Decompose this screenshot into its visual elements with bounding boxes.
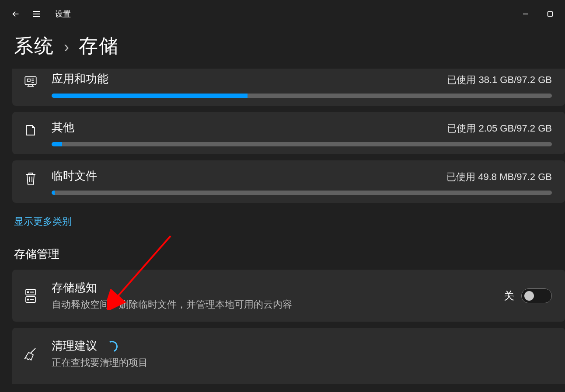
- cleanup-title-text: 清理建议: [52, 339, 97, 352]
- breadcrumb-separator: ›: [64, 38, 69, 56]
- back-button[interactable]: [5, 3, 26, 24]
- title-bar: 设置: [0, 0, 565, 28]
- nav-menu-button[interactable]: [26, 3, 47, 24]
- breadcrumb-parent[interactable]: 系统: [14, 33, 54, 59]
- trash-icon: [21, 169, 40, 188]
- storage-category-apps[interactable]: 应用和功能 已使用 38.1 GB/97.2 GB: [12, 69, 565, 106]
- svg-rect-2: [28, 79, 30, 81]
- storage-category-other[interactable]: 其他 已使用 2.05 GB/97.2 GB: [12, 112, 565, 154]
- broom-icon: [21, 344, 40, 364]
- breadcrumb: 系统 › 存储: [0, 28, 565, 69]
- storage-category-temp[interactable]: 临时文件 已使用 49.8 MB/97.2 GB: [12, 160, 565, 203]
- svg-point-6: [28, 299, 29, 300]
- progress-bar: [52, 94, 552, 98]
- svg-rect-0: [548, 12, 553, 17]
- storage-sense-row[interactable]: 存储感知 自动释放空间、删除临时文件，并管理本地可用的云内容 关: [12, 270, 565, 322]
- setting-title: 存储感知: [52, 280, 504, 295]
- toggle-state-label: 关: [504, 289, 514, 303]
- window-maximize-button[interactable]: [546, 10, 555, 18]
- loading-spinner-icon: [105, 339, 119, 354]
- progress-bar: [52, 142, 552, 146]
- storage-sense-toggle[interactable]: [521, 288, 552, 303]
- toggle-knob: [524, 291, 534, 301]
- category-title: 其他: [52, 120, 74, 135]
- storage-sense-icon: [21, 286, 40, 305]
- category-title: 应用和功能: [52, 71, 108, 87]
- progress-bar: [52, 191, 552, 195]
- breadcrumb-current: 存储: [79, 33, 119, 59]
- hamburger-icon: [31, 9, 42, 19]
- other-icon: [21, 121, 40, 140]
- maximize-icon: [547, 10, 554, 17]
- progress-fill: [52, 142, 62, 146]
- minimize-icon: [522, 10, 529, 17]
- cleanup-recommendations-row[interactable]: 清理建议 正在查找要清理的项目: [12, 328, 565, 384]
- svg-rect-1: [25, 76, 36, 84]
- svg-point-5: [28, 291, 29, 293]
- setting-description: 自动释放空间、删除临时文件，并管理本地可用的云内容: [52, 298, 504, 311]
- apps-icon: [21, 72, 40, 91]
- category-usage: 已使用 2.05 GB/97.2 GB: [447, 122, 552, 135]
- app-title: 设置: [55, 9, 71, 19]
- setting-title: 清理建议: [52, 338, 552, 354]
- arrow-left-icon: [11, 9, 21, 19]
- show-more-categories-link[interactable]: 显示更多类别: [12, 212, 73, 232]
- storage-management-heading: 存储管理: [12, 244, 565, 270]
- category-usage: 已使用 49.8 MB/97.2 GB: [446, 170, 552, 184]
- category-usage: 已使用 38.1 GB/97.2 GB: [447, 73, 552, 87]
- progress-fill: [52, 94, 248, 98]
- window-minimize-button[interactable]: [521, 10, 530, 18]
- setting-description: 正在查找要清理的项目: [52, 356, 552, 369]
- progress-fill: [52, 191, 55, 195]
- category-title: 临时文件: [52, 168, 97, 184]
